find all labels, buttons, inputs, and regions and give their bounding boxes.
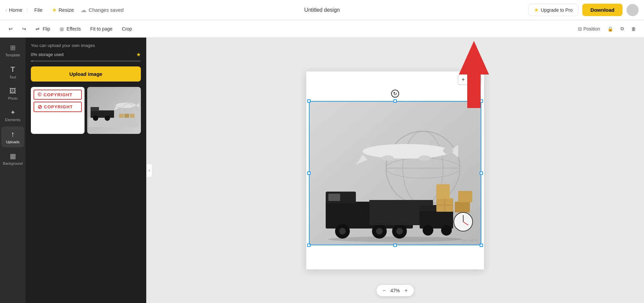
upgrade-label: Upgrade to Pro [541,7,573,13]
template-label: Template [5,53,20,57]
sidebar-item-background[interactable]: ▦ Background [1,149,24,169]
text-icon: T [10,65,15,74]
flip-button[interactable]: ⇌ Flip [32,24,54,34]
handle-bottom-left[interactable] [307,244,311,247]
effects-icon: ◎ [60,26,64,32]
photo-icon: 🖼 [9,87,16,95]
storage-row: 0% storage used ★ [31,51,141,58]
panel-hint: You can upload your own images [31,43,141,48]
home-button[interactable]: ‹ Home [5,7,22,13]
truck-image-card[interactable] [87,87,141,134]
storage-bar-background [31,60,141,62]
upload-image-button[interactable]: Upload image [31,66,141,82]
undo-button[interactable]: ↩ [5,24,16,34]
sidebar-item-uploads[interactable]: ↑ Uploads [1,127,24,147]
svg-point-21 [419,155,431,161]
background-icon: ▦ [10,152,16,160]
truck-scene-svg [89,94,139,127]
design-title[interactable]: Untitled design [304,7,340,13]
changes-saved: ☁ Changes saved [80,6,123,14]
copyright-text-1: COPYRIGHT [44,92,72,97]
svg-marker-7 [136,103,139,108]
layers-icon: ⊟ [578,26,582,32]
upgrade-button[interactable]: ★ Upgrade to Pro [528,4,578,16]
zoom-controls: − 47% + [377,285,414,296]
handle-top-center[interactable] [393,99,397,103]
photo-label: Photo [8,96,18,100]
position-label: Position [583,26,600,32]
lock-button[interactable]: 🔒 [605,24,616,34]
redo-button[interactable]: ↪ [19,24,30,34]
logistics-scene-svg [309,101,481,245]
selected-image: made with AI [309,101,481,245]
svg-rect-10 [124,114,129,118]
uploads-panel: You can upload your own images 0% storag… [25,38,146,303]
sidebar-item-template[interactable]: ⊞ Template [1,40,24,60]
svg-rect-39 [458,191,472,202]
undo-icon: ↩ [9,26,13,32]
images-grid: © COPYRIGHT ⊘ COPYRIGHT [31,87,141,134]
selected-image-container[interactable]: ↻ [309,101,481,245]
avatar[interactable] [627,4,639,16]
svg-point-17 [363,144,450,159]
file-button[interactable]: File [32,6,45,14]
zoom-in-button[interactable]: + [403,287,409,294]
svg-rect-11 [130,114,135,118]
text-label: Text [9,75,16,79]
layers-button[interactable]: ⊟ Position [575,24,603,34]
nav-right: ★ Upgrade to Pro Download [528,4,639,16]
svg-point-3 [93,115,98,121]
copyright-image-card[interactable]: © COPYRIGHT ⊘ COPYRIGHT [31,87,85,134]
copyright-badge-2: ⊘ COPYRIGHT [34,102,82,112]
duplicate-icon: ⧉ [621,26,624,32]
svg-point-22 [443,147,453,154]
handle-bottom-center[interactable] [393,244,397,247]
download-button[interactable]: Download [582,4,623,16]
upgrade-crown-icon: ★ [534,7,539,13]
effects-button[interactable]: ◎ Effects [56,24,85,34]
svg-point-29 [376,228,383,235]
left-sidebar: ⊞ Template T Text 🖼 Photo ✦ Elements ↑ U… [0,38,25,303]
uploads-label: Uploads [6,140,19,144]
svg-point-36 [441,225,452,236]
crop-button[interactable]: Crop [118,24,135,34]
sidebar-item-text[interactable]: T Text [1,62,24,83]
handle-middle-left[interactable] [307,171,311,175]
design-canvas[interactable]: + ⊕ ↻ [306,71,484,269]
handle-bottom-right[interactable] [480,244,483,247]
effects-label: Effects [67,26,81,32]
copyright-slash-icon: ⊘ [38,104,42,110]
rotation-handle[interactable]: ↻ [391,90,399,98]
sidebar-item-elements[interactable]: ✦ Elements [1,105,24,125]
fit-label: Fit to page [90,26,112,32]
svg-point-27 [339,228,346,235]
toolbar: ↩ ↪ ⇌ Flip ◎ Effects Fit to page Crop ⊟ … [0,20,644,38]
resize-button[interactable]: ★ Resize [49,5,77,14]
collapse-panel-button[interactable]: ‹ [146,164,152,177]
copyright-badge-1: © COPYRIGHT [34,90,82,100]
delete-button[interactable]: 🗑 [629,24,639,34]
lock-icon: 🔒 [607,26,613,32]
svg-marker-48 [459,41,489,108]
svg-rect-2 [91,107,99,111]
handle-top-left[interactable] [307,99,311,103]
svg-point-4 [105,115,110,121]
redo-icon: ↪ [22,26,26,32]
toolbar-right: ⊟ Position 🔒 ⧉ 🗑 [575,24,639,34]
fit-to-page-button[interactable]: Fit to page [87,24,116,34]
main-layout: ⊞ Template T Text 🖼 Photo ✦ Elements ↑ U… [0,38,644,303]
crown-icon: ★ [52,7,57,13]
duplicate-button[interactable]: ⧉ [618,24,627,34]
watermark: made with AI [461,239,478,242]
sidebar-item-photo[interactable]: 🖼 Photo [1,84,24,104]
zoom-value: 47% [390,288,400,293]
storage-label: 0% storage used [31,52,64,57]
elements-icon: ✦ [10,108,16,116]
storage-bar-fill [31,60,33,62]
svg-point-31 [396,228,403,235]
zoom-out-button[interactable]: − [381,287,387,294]
background-label: Background [3,161,23,165]
handle-middle-right[interactable] [480,171,483,175]
home-label: Home [9,7,22,13]
svg-rect-9 [119,114,124,118]
